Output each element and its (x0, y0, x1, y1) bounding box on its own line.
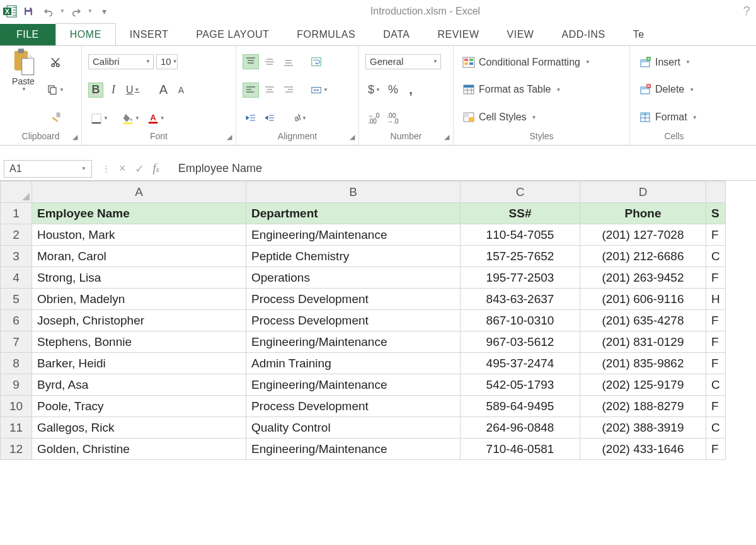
number-format-combo[interactable]: General▼ (365, 54, 441, 69)
align-top-icon[interactable] (243, 54, 259, 69)
undo-icon[interactable] (39, 3, 58, 20)
cell[interactable]: (201) 835-9862 (580, 353, 706, 374)
cell[interactable]: Admin Training (246, 353, 461, 374)
select-all-cell[interactable] (1, 181, 32, 203)
cell-partial[interactable]: H (706, 289, 726, 310)
italic-button[interactable]: I (106, 83, 121, 98)
cell[interactable]: Engineering/Maintenance (246, 439, 461, 460)
cell[interactable]: (202) 125-9179 (580, 374, 706, 396)
tab-overflow[interactable]: Te (619, 24, 658, 45)
row-header-6[interactable]: 6 (1, 310, 32, 331)
col-header-partial[interactable] (706, 181, 726, 203)
cell[interactable]: Moran, Carol (32, 246, 246, 267)
format-as-table-button[interactable]: Format as Table▼ (460, 81, 623, 98)
percent-button[interactable]: % (386, 83, 401, 98)
cell[interactable]: 542-05-1793 (461, 374, 580, 396)
cell-partial[interactable]: C (706, 417, 726, 439)
cell-partial[interactable]: C (706, 374, 726, 396)
bold-button[interactable]: B (88, 83, 103, 98)
tab-formulas[interactable]: FORMULAS (283, 24, 369, 45)
fbar-dots-icon[interactable]: ⋮ (102, 164, 110, 173)
cell[interactable]: Joseph, Christopher (32, 310, 246, 331)
cell[interactable]: Obrien, Madelyn (32, 289, 246, 310)
tab-page-layout[interactable]: PAGE LAYOUT (182, 24, 283, 45)
redo-icon[interactable] (67, 3, 86, 20)
header-cell[interactable]: SS# (461, 203, 580, 224)
cell[interactable]: Houston, Mark (32, 224, 246, 246)
cell[interactable]: Stephens, Bonnie (32, 331, 246, 353)
font-launcher-icon[interactable]: ◢ (227, 133, 232, 141)
cell-partial[interactable]: F (706, 267, 726, 289)
increase-indent-icon[interactable] (261, 111, 278, 126)
increase-decimal-icon[interactable]: ←.0 .00 (365, 111, 382, 126)
cell[interactable]: Barker, Heidi (32, 353, 246, 374)
cut-icon[interactable] (44, 55, 67, 70)
row-header-5[interactable]: 5 (1, 289, 32, 310)
align-left-icon[interactable] (243, 83, 259, 98)
font-name-combo[interactable]: Calibri▼ (88, 54, 154, 69)
help-icon[interactable]: ? (737, 4, 756, 18)
cell[interactable]: Strong, Lisa (32, 267, 246, 289)
cell[interactable]: (202) 388-3919 (580, 417, 706, 439)
copy-icon[interactable]: ▼ (44, 82, 67, 97)
col-header-D[interactable]: D (580, 181, 706, 203)
undo-dropdown[interactable]: ▼ (59, 8, 66, 14)
row-header-1[interactable]: 1 (1, 203, 32, 224)
cell[interactable]: (201) 212-6686 (580, 246, 706, 267)
cell-partial[interactable]: F (706, 353, 726, 374)
tab-data[interactable]: DATA (369, 24, 423, 45)
cell[interactable]: (201) 831-0129 (580, 331, 706, 353)
cell[interactable]: 195-77-2503 (461, 267, 580, 289)
insert-cells-button[interactable]: + Insert▼ (636, 54, 712, 71)
row-header-9[interactable]: 9 (1, 374, 32, 396)
borders-button[interactable]: ▼ (88, 111, 111, 126)
cell[interactable]: Peptide Chemistry (246, 246, 461, 267)
conditional-formatting-button[interactable]: Conditional Formatting▼ (460, 54, 623, 71)
row-header-7[interactable]: 7 (1, 331, 32, 353)
cell[interactable]: (202) 433-1646 (580, 439, 706, 460)
comma-button[interactable]: , (403, 83, 418, 98)
cell[interactable]: Engineering/Maintenance (246, 374, 461, 396)
cell[interactable]: Gallegos, Rick (32, 417, 246, 439)
decrease-decimal-icon[interactable]: .00 →.0 (384, 111, 401, 126)
wrap-text-icon[interactable] (308, 54, 324, 69)
formula-input[interactable]: Employee Name (166, 162, 756, 175)
alignment-launcher-icon[interactable]: ◢ (350, 133, 355, 141)
cell[interactable]: Poole, Tracy (32, 396, 246, 417)
font-size-combo[interactable]: 10▼ (156, 54, 178, 69)
align-right-icon[interactable] (280, 83, 297, 98)
shrink-font-button[interactable]: A (173, 83, 188, 98)
cell[interactable]: (201) 635-4278 (580, 310, 706, 331)
cell[interactable]: Process Development (246, 289, 461, 310)
qat-customize-icon[interactable]: ▾ (94, 3, 113, 20)
cell[interactable]: (201) 606-9116 (580, 289, 706, 310)
cell[interactable]: Quality Control (246, 417, 461, 439)
row-header-12[interactable]: 12 (1, 439, 32, 460)
cell[interactable]: Golden, Christine (32, 439, 246, 460)
currency-button[interactable]: $▼ (365, 83, 383, 98)
cell[interactable]: Engineering/Maintenance (246, 331, 461, 353)
spreadsheet-grid[interactable]: ABCD1Employee NameDepartmentSS#PhoneS2Ho… (0, 181, 756, 460)
delete-cells-button[interactable]: ✕ Delete▼ (636, 81, 712, 98)
cell[interactable]: 110-54-7055 (461, 224, 580, 246)
number-launcher-icon[interactable]: ◢ (444, 133, 449, 141)
cancel-formula-icon[interactable]: × (119, 162, 126, 175)
orientation-icon[interactable]: ab▼ (287, 111, 309, 126)
header-cell[interactable]: Employee Name (32, 203, 246, 224)
cell[interactable]: Process Development (246, 310, 461, 331)
cell[interactable]: (201) 263-9452 (580, 267, 706, 289)
cell[interactable]: 589-64-9495 (461, 396, 580, 417)
cell-styles-button[interactable]: Cell Styles▼ (460, 108, 623, 126)
header-cell[interactable]: Department (246, 203, 461, 224)
grow-font-button[interactable]: A (156, 83, 171, 98)
cell[interactable]: Engineering/Maintenance (246, 224, 461, 246)
paste-button[interactable]: Paste ▼ (6, 50, 40, 130)
col-header-C[interactable]: C (461, 181, 580, 203)
header-cell[interactable]: Phone (580, 203, 706, 224)
tab-home[interactable]: HOME (55, 23, 116, 45)
row-header-11[interactable]: 11 (1, 417, 32, 439)
name-box[interactable]: A1▼ (4, 160, 92, 178)
fill-color-button[interactable]: ▼ (120, 111, 142, 126)
header-cell-partial[interactable]: S (706, 203, 726, 224)
format-cells-button[interactable]: Format▼ (636, 108, 712, 126)
